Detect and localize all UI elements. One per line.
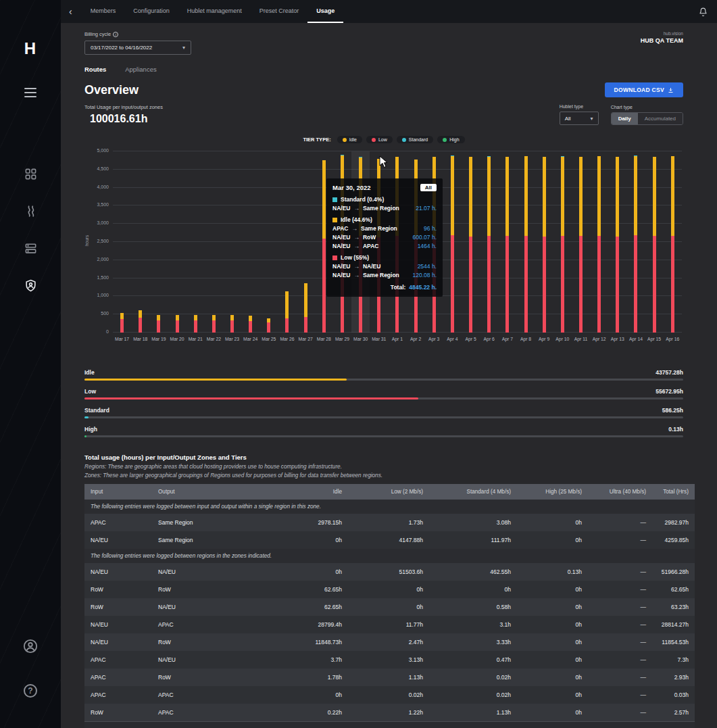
hublet-type-select[interactable]: All ▾ bbox=[560, 112, 599, 125]
bar-segment-idle bbox=[285, 291, 289, 318]
x-tick-label: Mar 21 bbox=[187, 337, 205, 341]
cross-region-note: The following entries were logged betwee… bbox=[84, 549, 695, 563]
info-icon[interactable]: i bbox=[113, 32, 118, 37]
chart-bar-apr-5[interactable] bbox=[462, 151, 480, 333]
bar-segment-idle bbox=[561, 157, 564, 236]
chart-bar-apr-4[interactable] bbox=[443, 151, 462, 333]
chart-bar-apr-9[interactable] bbox=[535, 151, 553, 333]
chart-bar-apr-6[interactable] bbox=[480, 151, 498, 333]
legend-item-standard[interactable]: Standard bbox=[397, 136, 433, 143]
tier-name: Idle (44.6%) bbox=[341, 216, 372, 223]
download-csv-button[interactable]: DOWNLOAD CSV bbox=[605, 82, 683, 97]
legend-item-idle[interactable]: Idle bbox=[337, 136, 362, 143]
idle-color-dot bbox=[343, 138, 347, 142]
chart-bar-mar-19[interactable] bbox=[149, 151, 168, 333]
usage-table: InputOutputIdleLow (2 Mb/s)Standard (4 M… bbox=[84, 484, 683, 728]
arrow-right-icon: → bbox=[353, 243, 360, 249]
chart-bar-apr-16[interactable] bbox=[664, 151, 682, 333]
arrow-right-icon: → bbox=[353, 234, 360, 241]
tab-configuration[interactable]: Configuration bbox=[124, 0, 178, 23]
chart-type-daily-button[interactable]: Daily bbox=[612, 113, 638, 124]
table-cell: 11848.73h bbox=[280, 633, 348, 651]
chart-bar-apr-7[interactable] bbox=[498, 151, 516, 333]
chart-bar-apr-13[interactable] bbox=[608, 151, 626, 333]
account-icon[interactable] bbox=[0, 636, 61, 656]
tab-usage[interactable]: Usage bbox=[307, 0, 343, 23]
chart-bar-mar-27[interactable] bbox=[297, 151, 315, 333]
chart-bar-apr-10[interactable] bbox=[553, 151, 572, 333]
download-icon bbox=[668, 87, 674, 93]
table-cell: 0h bbox=[429, 581, 517, 598]
notifications-bell-icon[interactable] bbox=[699, 7, 708, 16]
x-tick-label: Mar 29 bbox=[333, 337, 351, 341]
tab-hublet-management[interactable]: Hublet management bbox=[178, 0, 251, 23]
tier-summary-row-standard: Standard586.25h bbox=[84, 407, 683, 418]
table-cell: 0h bbox=[517, 686, 588, 704]
chart-bar-apr-12[interactable] bbox=[590, 151, 608, 333]
chart-bar-mar-17[interactable] bbox=[113, 151, 131, 333]
top-tabs: MembersConfigurationHublet managementPre… bbox=[82, 0, 344, 23]
tab-appliances[interactable]: Appliances bbox=[125, 66, 156, 73]
y-tick-label: 1,500 bbox=[97, 275, 109, 280]
chart-bar-mar-18[interactable] bbox=[131, 151, 149, 333]
routes-icon[interactable] bbox=[0, 201, 61, 221]
chart-bar-mar-22[interactable] bbox=[205, 151, 223, 333]
route-to: RoW bbox=[363, 234, 376, 241]
table-cell: Same Region bbox=[152, 514, 280, 531]
bar-segment-low bbox=[653, 236, 656, 333]
table-cell: 3.7h bbox=[280, 651, 348, 669]
tab-members[interactable]: Members bbox=[82, 0, 125, 23]
chart-bar-mar-21[interactable] bbox=[187, 151, 205, 333]
table-cell: 0h bbox=[517, 531, 588, 549]
x-tick-label: Mar 30 bbox=[351, 337, 370, 341]
chart-bar-mar-25[interactable] bbox=[259, 151, 278, 333]
billing-cycle-select[interactable]: 03/17/2022 to 04/16/2022 ▾ bbox=[84, 41, 191, 55]
table-cell: 0.13h bbox=[517, 563, 588, 581]
bar-segment-low bbox=[249, 321, 252, 333]
chart-bar-apr-11[interactable] bbox=[572, 151, 590, 333]
back-chevron-icon[interactable]: ‹ bbox=[69, 6, 72, 17]
table-cell: 2978.15h bbox=[280, 514, 348, 531]
dashboard-icon[interactable] bbox=[0, 164, 61, 184]
x-tick-label: Apr 2 bbox=[407, 337, 425, 341]
x-tick-label: Apr 9 bbox=[535, 337, 553, 341]
table-cell: RoW bbox=[84, 704, 152, 721]
chart-bar-apr-14[interactable] bbox=[626, 151, 645, 333]
chart-bar-mar-20[interactable] bbox=[168, 151, 186, 333]
menu-icon[interactable] bbox=[0, 82, 61, 103]
tooltip-all-badge: All bbox=[420, 184, 437, 191]
legend-item-high[interactable]: High bbox=[437, 136, 464, 143]
billing-cycle-label: Billing cycle i bbox=[84, 31, 191, 37]
table-cell: 51966.28h bbox=[652, 563, 695, 581]
bar-segment-low bbox=[451, 235, 454, 333]
table-cell: — bbox=[588, 721, 652, 728]
chart-bar-mar-24[interactable] bbox=[241, 151, 259, 333]
table-cell: APAC bbox=[84, 514, 152, 531]
bar-segment-idle bbox=[157, 315, 160, 320]
tooltip-route: NA/EU→NA/EU bbox=[332, 263, 380, 270]
bar-segment-low bbox=[304, 317, 307, 333]
tier-progress-fill bbox=[84, 435, 86, 437]
app-logo[interactable]: H bbox=[0, 39, 61, 58]
table-cell: 0h bbox=[348, 598, 429, 616]
security-icon[interactable] bbox=[0, 275, 61, 295]
legend-label: Standard bbox=[409, 137, 428, 142]
chart-bar-mar-23[interactable] bbox=[223, 151, 241, 333]
appliances-icon[interactable] bbox=[0, 238, 61, 258]
tab-preset-creator[interactable]: Preset Creator bbox=[251, 0, 308, 23]
tab-routes[interactable]: Routes bbox=[84, 66, 106, 73]
table-cell: 4259.85h bbox=[652, 531, 695, 549]
x-tick-label: Mar 20 bbox=[168, 337, 186, 341]
table-cell: 0.58h bbox=[429, 598, 517, 616]
tooltip-route: NA/EU→Same Region bbox=[332, 272, 399, 278]
chart-bar-apr-15[interactable] bbox=[645, 151, 664, 333]
help-icon[interactable]: ? bbox=[0, 681, 61, 701]
tier-label: Standard bbox=[84, 407, 109, 414]
chart-bar-apr-8[interactable] bbox=[516, 151, 535, 333]
table-cell: 0h bbox=[517, 598, 588, 616]
table-cell: 111.97h bbox=[429, 531, 517, 549]
tooltip-total-value: 4845.22 h. bbox=[409, 284, 437, 291]
chart-bar-mar-26[interactable] bbox=[278, 151, 296, 333]
chart-type-accumulated-button[interactable]: Accumulated bbox=[638, 113, 683, 124]
legend-item-low[interactable]: Low bbox=[366, 136, 393, 143]
